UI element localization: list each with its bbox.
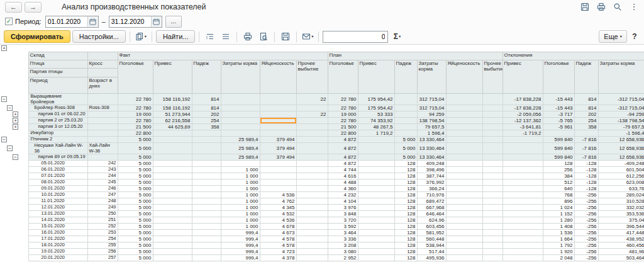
value-cell[interactable]: -256 bbox=[574, 242, 598, 249]
value-cell[interactable]: 138 798,54 bbox=[417, 118, 446, 124]
collapse-row-icon[interactable]: − bbox=[13, 154, 18, 160]
value-cell[interactable] bbox=[358, 137, 394, 143]
value-cell[interactable]: 495,936 bbox=[417, 255, 446, 261]
value-cell[interactable]: 128 bbox=[394, 173, 417, 179]
value-cell[interactable]: 5 000 bbox=[118, 217, 153, 224]
value-cell[interactable] bbox=[192, 161, 221, 167]
row-label-cell[interactable]: 08.01.2020 bbox=[28, 179, 87, 186]
expand-groups-button[interactable] bbox=[219, 30, 233, 43]
value-cell[interactable] bbox=[482, 105, 502, 111]
cross-age-cell[interactable]: 257 bbox=[87, 255, 118, 261]
value-cell[interactable] bbox=[358, 173, 394, 179]
value-cell[interactable]: -256 bbox=[574, 236, 598, 242]
value-cell[interactable] bbox=[482, 242, 502, 249]
value-cell[interactable] bbox=[482, 111, 502, 118]
date-to-input[interactable] bbox=[109, 16, 151, 27]
row-label-cell[interactable]: 11.01.2020 bbox=[28, 198, 87, 205]
value-cell[interactable]: 503,464 bbox=[598, 255, 644, 261]
value-cell[interactable]: 21 500 bbox=[328, 124, 358, 130]
value-cell[interactable]: 12 658,936 bbox=[598, 137, 644, 143]
value-cell[interactable]: 999,4 bbox=[221, 255, 260, 261]
back-button[interactable]: ← bbox=[5, 2, 22, 13]
search-window-button[interactable] bbox=[611, 1, 624, 13]
value-cell[interactable] bbox=[192, 130, 221, 137]
value-cell[interactable] bbox=[446, 179, 482, 186]
value-cell[interactable]: 19 000 bbox=[118, 111, 153, 118]
value-cell[interactable] bbox=[153, 217, 192, 224]
value-cell[interactable]: 254 bbox=[192, 118, 221, 124]
value-cell[interactable]: 128 bbox=[394, 224, 417, 230]
row-label-cell[interactable]: 06.01.2020 bbox=[28, 167, 87, 173]
value-cell[interactable] bbox=[482, 154, 502, 161]
date-from-calendar-button[interactable] bbox=[87, 16, 98, 27]
row-label-cell[interactable]: 12.01.2020 bbox=[28, 205, 87, 211]
value-cell[interactable] bbox=[502, 205, 543, 211]
more-button[interactable]: Еще ▾ bbox=[599, 30, 627, 43]
value-cell[interactable]: 4 616 bbox=[328, 173, 358, 179]
print-report-button[interactable] bbox=[595, 1, 608, 13]
value-cell[interactable] bbox=[446, 137, 482, 143]
value-cell[interactable]: 5 000 bbox=[118, 167, 153, 173]
collapse-row-icon[interactable]: − bbox=[7, 145, 13, 151]
value-cell[interactable] bbox=[482, 249, 502, 255]
value-cell[interactable]: -256 bbox=[574, 249, 598, 255]
value-cell[interactable] bbox=[221, 111, 260, 118]
value-cell[interactable] bbox=[394, 111, 417, 118]
value-cell[interactable]: 3 976 bbox=[328, 205, 358, 211]
value-cell[interactable]: 128 bbox=[394, 230, 417, 236]
value-cell[interactable]: 667,968 bbox=[417, 205, 446, 211]
value-cell[interactable] bbox=[221, 118, 260, 124]
value-cell[interactable]: 5 000 bbox=[118, 173, 153, 179]
value-cell[interactable] bbox=[446, 186, 482, 192]
value-cell[interactable] bbox=[260, 186, 296, 192]
collapse-groups-button[interactable] bbox=[203, 30, 217, 43]
value-cell[interactable] bbox=[296, 167, 328, 173]
value-cell[interactable]: 4 872 bbox=[328, 137, 358, 143]
value-cell[interactable]: 175 954,42 bbox=[358, 105, 394, 111]
value-cell[interactable]: -3 641,81 bbox=[502, 124, 543, 130]
value-cell[interactable] bbox=[296, 217, 328, 224]
value-cell[interactable] bbox=[153, 198, 192, 205]
cross-age-cell[interactable]: 242 bbox=[87, 161, 118, 167]
value-cell[interactable]: 5 000 bbox=[118, 249, 153, 255]
value-cell[interactable] bbox=[446, 167, 482, 173]
value-cell[interactable] bbox=[358, 230, 394, 236]
expand-row-icon[interactable]: + bbox=[13, 111, 18, 117]
value-cell[interactable]: 53 333 bbox=[358, 111, 394, 118]
send-email-button[interactable]: ▾ bbox=[301, 30, 314, 43]
value-cell[interactable]: 358 bbox=[192, 124, 221, 130]
value-cell[interactable] bbox=[192, 173, 221, 179]
value-cell[interactable]: 158 116,192 bbox=[153, 94, 192, 105]
value-cell[interactable]: -128 bbox=[574, 179, 598, 186]
value-cell[interactable]: 128 bbox=[394, 179, 417, 186]
value-cell[interactable]: -3 717 bbox=[543, 111, 574, 118]
value-cell[interactable] bbox=[296, 236, 328, 242]
value-cell[interactable]: 438,952 bbox=[598, 236, 644, 242]
value-cell[interactable] bbox=[192, 205, 221, 211]
value-cell[interactable] bbox=[192, 217, 221, 224]
value-cell[interactable] bbox=[482, 205, 502, 211]
value-cell[interactable]: 4 360 bbox=[328, 186, 358, 192]
value-cell[interactable]: 689,472 bbox=[417, 198, 446, 205]
value-cell[interactable] bbox=[153, 161, 192, 167]
value-cell[interactable]: -128 bbox=[574, 161, 598, 167]
value-cell[interactable] bbox=[153, 143, 192, 154]
value-cell[interactable]: 128 bbox=[394, 236, 417, 242]
value-cell[interactable] bbox=[482, 255, 502, 261]
value-cell[interactable]: 5 000 bbox=[118, 179, 153, 186]
value-cell[interactable] bbox=[482, 124, 502, 130]
value-cell[interactable] bbox=[358, 143, 394, 154]
value-cell[interactable]: -94 259 bbox=[598, 111, 644, 118]
value-cell[interactable]: 2 952 bbox=[328, 255, 358, 261]
expand-columns-icon[interactable]: + bbox=[1, 45, 7, 51]
value-cell[interactable]: 4 536 bbox=[260, 217, 296, 224]
cross-age-cell[interactable] bbox=[87, 94, 118, 105]
report-variants-button[interactable]: ▾ bbox=[134, 30, 148, 43]
value-cell[interactable] bbox=[153, 255, 192, 261]
value-cell[interactable]: 814 bbox=[574, 105, 598, 111]
value-cell[interactable]: 1 000 bbox=[221, 205, 260, 211]
value-cell[interactable] bbox=[358, 211, 394, 217]
value-cell[interactable]: 353,536 bbox=[598, 211, 644, 217]
value-cell[interactable]: 22 780 bbox=[328, 118, 358, 124]
value-cell[interactable]: 999,4 bbox=[221, 242, 260, 249]
